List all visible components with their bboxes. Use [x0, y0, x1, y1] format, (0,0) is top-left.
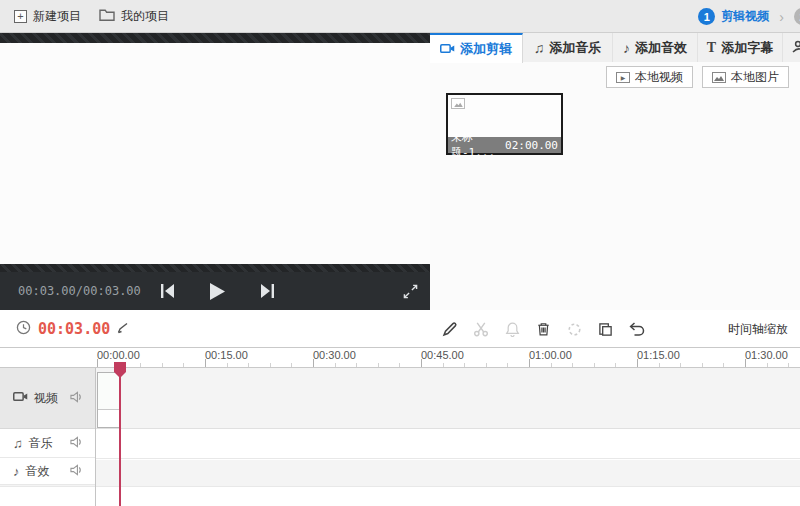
music-note-icon: ♫ — [13, 436, 23, 451]
local-video-label: 本地视频 — [635, 69, 683, 86]
chevron-right-icon: › — [779, 9, 784, 25]
play-button[interactable] — [200, 272, 234, 310]
new-project-label: 新建项目 — [33, 8, 81, 25]
ruler-tick-label: 00:45.00 — [421, 349, 464, 361]
tab-add-sound-effects[interactable]: ♪ 添加音效 — [613, 33, 698, 62]
video-file-icon: ▶ — [616, 72, 630, 83]
track-label-music[interactable]: ♫ 音乐 — [0, 429, 95, 458]
ruler-tick-label: 01:30.00 — [745, 349, 788, 361]
tab-partial-cropped[interactable] — [783, 33, 800, 62]
image-placeholder-icon — [451, 98, 465, 109]
playback-controls-bar: 00:03.00/00:03.00 — [0, 272, 430, 310]
ruler-tick-label: 00:00.00 — [97, 349, 140, 361]
track-label-sound-effect[interactable]: ♪ 音效 — [0, 458, 95, 485]
current-time-group: 00:03.00 — [16, 310, 129, 348]
tab-add-sound-effects-label: 添加音效 — [635, 39, 687, 57]
speaker-icon[interactable] — [70, 464, 83, 479]
next-frame-button[interactable] — [252, 272, 282, 310]
tab-add-subtitles[interactable]: T 添加字幕 — [698, 33, 783, 62]
image-file-icon — [712, 72, 726, 83]
preview-top-stripe — [0, 33, 430, 43]
sound-effect-icon: ♪ — [13, 464, 20, 479]
track-label-text: 视频 — [34, 390, 58, 407]
tab-add-subtitles-label: 添加字幕 — [721, 39, 773, 57]
import-buttons: ▶ 本地视频 本地图片 — [606, 66, 789, 88]
top-toolbar: + 新建项目 我的项目 1 剪辑视频 › 2 — [0, 0, 800, 33]
local-video-button[interactable]: ▶ 本地视频 — [606, 66, 693, 88]
fullscreen-icon[interactable] — [396, 272, 424, 310]
clock-icon — [16, 320, 31, 339]
cut-scissors-icon[interactable] — [473, 321, 489, 337]
local-image-label: 本地图片 — [731, 69, 779, 86]
speaker-icon[interactable] — [70, 391, 83, 406]
sound-effect-icon: ♪ — [623, 40, 630, 56]
video-camera-icon — [440, 42, 455, 57]
step-1-badge: 1 — [698, 8, 715, 25]
playhead-line[interactable] — [119, 362, 121, 506]
ruler-tick-label: 01:15.00 — [637, 349, 680, 361]
ruler-tick-label: 01:00.00 — [529, 349, 572, 361]
video-preview-pane: 00:03.00/00:03.00 — [0, 33, 430, 310]
edit-pencil-icon[interactable] — [442, 321, 458, 337]
my-projects-label: 我的项目 — [121, 8, 169, 25]
copy-icon[interactable] — [597, 321, 613, 337]
tab-add-music-label: 添加音乐 — [549, 39, 601, 57]
music-note-icon: ♫ — [534, 40, 545, 56]
new-project-button[interactable]: + 新建项目 — [14, 8, 81, 25]
track-label-column: 视频 ♫ 音乐 ♪ 音效 — [0, 368, 96, 506]
playback-time-display: 00:03.00/00:03.00 — [18, 284, 141, 298]
tab-add-music[interactable]: ♫ 添加音乐 — [523, 33, 613, 62]
ruler-tick-label: 00:30.00 — [313, 349, 356, 361]
subtitle-t-icon: T — [707, 40, 716, 56]
preview-screen — [0, 43, 430, 264]
timeline-video-clip[interactable] — [97, 372, 120, 428]
clip-thumbnail-frame: 未标题-1... 02:00.00 — [448, 95, 561, 153]
timeline-area: 00:00.00 00:15.00 00:30.00 00:45.00 01:0… — [0, 348, 800, 506]
clip-name: 未标题-1... — [451, 130, 505, 160]
plus-icon: + — [14, 10, 27, 23]
track-label-text: 音乐 — [29, 435, 53, 452]
previous-frame-button[interactable] — [152, 272, 182, 310]
wizard-steps: 1 剪辑视频 › 2 — [698, 0, 800, 33]
partial-cropped-icon — [789, 40, 800, 56]
track-label-video[interactable]: 视频 — [0, 368, 95, 429]
video-editor-app: + 新建项目 我的项目 1 剪辑视频 › 2 00:03.00/00:03.00 — [0, 0, 800, 506]
current-time-display: 00:03.00 — [38, 320, 110, 338]
ruler-tick-label: 00:15.00 — [205, 349, 248, 361]
timeline-ruler[interactable]: 00:00.00 00:15.00 00:30.00 00:45.00 01:0… — [96, 348, 800, 368]
track-label-text: 音效 — [26, 463, 50, 480]
undo-icon[interactable] — [628, 321, 646, 337]
my-projects-button[interactable]: 我的项目 — [99, 8, 169, 25]
speaker-icon[interactable] — [70, 436, 83, 451]
tab-add-clips-label: 添加剪辑 — [460, 40, 512, 58]
timeline-toolbar: 00:03.00 — [0, 310, 800, 348]
video-camera-icon — [13, 391, 28, 405]
local-image-button[interactable]: 本地图片 — [702, 66, 789, 88]
delete-trash-icon[interactable] — [535, 321, 551, 337]
clip-caption: 未标题-1... 02:00.00 — [448, 137, 561, 153]
ruler-corner — [0, 348, 96, 368]
media-library-panel: 添加剪辑 ♫ 添加音乐 ♪ 添加音效 T 添加字幕 ▶ — [430, 33, 800, 310]
mark-bell-icon[interactable] — [504, 321, 520, 337]
tab-add-clips[interactable]: 添加剪辑 — [430, 33, 523, 63]
preview-bottom-stripe — [0, 264, 430, 272]
clip-thumbnail[interactable]: 未标题-1... 02:00.00 — [446, 93, 563, 155]
timeline-tools — [442, 310, 646, 348]
step-2-badge: 2 — [794, 8, 800, 25]
step-1-label[interactable]: 剪辑视频 — [721, 8, 769, 25]
timeline-zoom-label[interactable]: 时间轴缩放 — [728, 310, 788, 348]
folder-icon — [99, 8, 115, 24]
edit-time-icon[interactable] — [117, 320, 129, 338]
unlink-dashed-icon[interactable] — [566, 321, 582, 337]
clip-duration: 02:00.00 — [505, 139, 558, 152]
library-tabbar: 添加剪辑 ♫ 添加音乐 ♪ 添加音效 T 添加字幕 — [430, 33, 800, 62]
